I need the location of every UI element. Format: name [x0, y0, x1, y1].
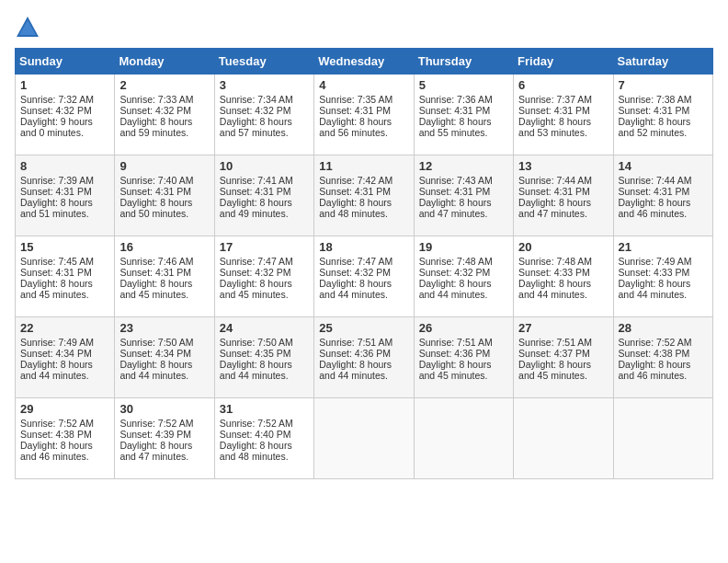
day-of-week-row: SundayMondayTuesdayWednesdayThursdayFrid… — [16, 49, 713, 75]
sunrise-text: Sunrise: 7:50 AM — [119, 337, 193, 348]
calendar-cell: 11 Sunrise: 7:42 AM Sunset: 4:31 PM Dayl… — [314, 155, 414, 236]
day-number: 6 — [518, 78, 608, 92]
sunrise-text: Sunrise: 7:47 AM — [220, 256, 293, 267]
daylight-text: Daylight: 8 hours and 57 minutes. — [220, 116, 292, 138]
day-number: 2 — [119, 78, 209, 92]
sunset-text: Sunset: 4:31 PM — [20, 267, 92, 278]
sunset-text: Sunset: 4:31 PM — [119, 267, 191, 278]
sunset-text: Sunset: 4:36 PM — [319, 348, 391, 359]
calendar-cell: 21 Sunrise: 7:49 AM Sunset: 4:33 PM Dayl… — [613, 236, 712, 317]
day-number: 3 — [220, 78, 309, 92]
sunrise-text: Sunrise: 7:40 AM — [119, 175, 193, 186]
daylight-text: Daylight: 9 hours and 0 minutes. — [20, 116, 93, 138]
logo-icon — [15, 15, 40, 40]
sunrise-text: Sunrise: 7:50 AM — [220, 337, 293, 348]
day-header-sunday: Sunday — [16, 49, 115, 75]
day-number: 14 — [619, 159, 708, 173]
sunrise-text: Sunrise: 7:44 AM — [619, 175, 692, 186]
day-number: 4 — [319, 78, 408, 92]
calendar-cell: 12 Sunrise: 7:43 AM Sunset: 4:31 PM Dayl… — [414, 155, 513, 236]
day-number: 7 — [619, 78, 708, 92]
sunset-text: Sunset: 4:39 PM — [119, 429, 191, 440]
calendar-cell: 5 Sunrise: 7:36 AM Sunset: 4:31 PM Dayli… — [414, 75, 513, 155]
sunrise-text: Sunrise: 7:51 AM — [419, 337, 493, 348]
sunset-text: Sunset: 4:31 PM — [419, 186, 491, 197]
sunrise-text: Sunrise: 7:46 AM — [119, 256, 193, 267]
day-number: 30 — [119, 402, 209, 416]
calendar-cell: 25 Sunrise: 7:51 AM Sunset: 4:36 PM Dayl… — [314, 317, 414, 398]
calendar-week-5: 29 Sunrise: 7:52 AM Sunset: 4:38 PM Dayl… — [16, 398, 713, 479]
calendar-cell: 26 Sunrise: 7:51 AM Sunset: 4:36 PM Dayl… — [414, 317, 513, 398]
sunset-text: Sunset: 4:38 PM — [619, 348, 690, 359]
sunset-text: Sunset: 4:32 PM — [220, 105, 291, 116]
calendar-cell: 20 Sunrise: 7:48 AM Sunset: 4:33 PM Dayl… — [514, 236, 613, 317]
calendar-cell: 27 Sunrise: 7:51 AM Sunset: 4:37 PM Dayl… — [514, 317, 613, 398]
sunrise-text: Sunrise: 7:52 AM — [119, 418, 193, 429]
daylight-text: Daylight: 8 hours and 53 minutes. — [518, 116, 591, 138]
sunrise-text: Sunrise: 7:35 AM — [319, 94, 392, 105]
daylight-text: Daylight: 8 hours and 44 minutes. — [619, 278, 691, 300]
calendar-cell: 1 Sunrise: 7:32 AM Sunset: 4:32 PM Dayli… — [16, 75, 115, 155]
day-number: 5 — [419, 78, 508, 92]
day-header-tuesday: Tuesday — [214, 49, 313, 75]
sunrise-text: Sunrise: 7:43 AM — [419, 175, 493, 186]
day-number: 23 — [119, 321, 209, 335]
day-number: 13 — [518, 159, 608, 173]
sunset-text: Sunset: 4:32 PM — [220, 267, 291, 278]
calendar-cell: 7 Sunrise: 7:38 AM Sunset: 4:31 PM Dayli… — [613, 75, 712, 155]
calendar-cell: 3 Sunrise: 7:34 AM Sunset: 4:32 PM Dayli… — [214, 75, 313, 155]
day-number: 31 — [220, 402, 309, 416]
day-number: 11 — [319, 159, 408, 173]
sunset-text: Sunset: 4:31 PM — [119, 186, 191, 197]
calendar-week-3: 15 Sunrise: 7:45 AM Sunset: 4:31 PM Dayl… — [16, 236, 713, 317]
calendar-cell: 28 Sunrise: 7:52 AM Sunset: 4:38 PM Dayl… — [613, 317, 712, 398]
daylight-text: Daylight: 8 hours and 45 minutes. — [119, 278, 192, 300]
daylight-text: Daylight: 8 hours and 46 minutes. — [619, 359, 691, 381]
calendar-cell: 8 Sunrise: 7:39 AM Sunset: 4:31 PM Dayli… — [16, 155, 115, 236]
day-number: 28 — [619, 321, 708, 335]
sunrise-text: Sunrise: 7:52 AM — [619, 337, 692, 348]
sunset-text: Sunset: 4:35 PM — [220, 348, 291, 359]
calendar-cell: 15 Sunrise: 7:45 AM Sunset: 4:31 PM Dayl… — [16, 236, 115, 317]
daylight-text: Daylight: 8 hours and 45 minutes. — [20, 278, 93, 300]
daylight-text: Daylight: 8 hours and 44 minutes. — [220, 359, 292, 381]
calendar-table: SundayMondayTuesdayWednesdayThursdayFrid… — [15, 48, 713, 479]
calendar-cell: 9 Sunrise: 7:40 AM Sunset: 4:31 PM Dayli… — [115, 155, 214, 236]
calendar-cell: 6 Sunrise: 7:37 AM Sunset: 4:31 PM Dayli… — [514, 75, 613, 155]
sunset-text: Sunset: 4:31 PM — [619, 105, 690, 116]
daylight-text: Daylight: 8 hours and 56 minutes. — [319, 116, 392, 138]
sunrise-text: Sunrise: 7:41 AM — [220, 175, 293, 186]
day-number: 18 — [319, 240, 408, 254]
day-number: 9 — [119, 159, 209, 173]
sunrise-text: Sunrise: 7:51 AM — [518, 337, 592, 348]
day-number: 20 — [518, 240, 608, 254]
sunrise-text: Sunrise: 7:42 AM — [319, 175, 392, 186]
sunset-text: Sunset: 4:31 PM — [518, 105, 590, 116]
sunrise-text: Sunrise: 7:52 AM — [220, 418, 293, 429]
day-header-monday: Monday — [115, 49, 214, 75]
calendar-cell: 31 Sunrise: 7:52 AM Sunset: 4:40 PM Dayl… — [214, 398, 313, 479]
calendar-cell: 14 Sunrise: 7:44 AM Sunset: 4:31 PM Dayl… — [613, 155, 712, 236]
daylight-text: Daylight: 8 hours and 44 minutes. — [319, 359, 392, 381]
day-header-thursday: Thursday — [414, 49, 513, 75]
sunrise-text: Sunrise: 7:49 AM — [619, 256, 692, 267]
sunset-text: Sunset: 4:31 PM — [220, 186, 291, 197]
day-number: 8 — [20, 159, 109, 173]
sunset-text: Sunset: 4:31 PM — [20, 186, 92, 197]
day-number: 27 — [518, 321, 608, 335]
sunset-text: Sunset: 4:34 PM — [20, 348, 92, 359]
sunset-text: Sunset: 4:34 PM — [119, 348, 191, 359]
sunset-text: Sunset: 4:33 PM — [518, 267, 590, 278]
day-number: 1 — [20, 78, 109, 92]
calendar-cell: 30 Sunrise: 7:52 AM Sunset: 4:39 PM Dayl… — [115, 398, 214, 479]
sunrise-text: Sunrise: 7:49 AM — [20, 337, 94, 348]
calendar-cell: 10 Sunrise: 7:41 AM Sunset: 4:31 PM Dayl… — [214, 155, 313, 236]
sunset-text: Sunset: 4:33 PM — [619, 267, 690, 278]
daylight-text: Daylight: 8 hours and 44 minutes. — [119, 359, 192, 381]
header — [15, 15, 713, 40]
sunset-text: Sunset: 4:32 PM — [419, 267, 491, 278]
day-number: 24 — [220, 321, 309, 335]
day-number: 21 — [619, 240, 708, 254]
day-number: 17 — [220, 240, 309, 254]
sunrise-text: Sunrise: 7:47 AM — [319, 256, 392, 267]
